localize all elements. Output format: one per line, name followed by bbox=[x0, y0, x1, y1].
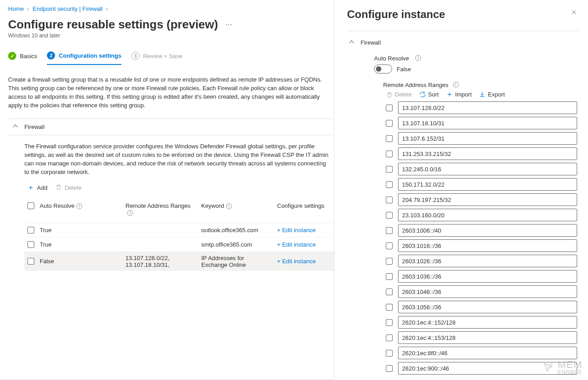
more-button[interactable]: ⋯ bbox=[225, 20, 233, 29]
address-range-input[interactable] bbox=[398, 193, 577, 206]
entry-checkbox[interactable] bbox=[386, 135, 393, 142]
entry-checkbox[interactable] bbox=[386, 105, 393, 111]
ranges-delete-button[interactable]: Delete bbox=[386, 91, 412, 98]
cell-ranges: 13.107.128.0/22, 13.107.18.10/31, bbox=[123, 252, 199, 271]
tab-basics[interactable]: Basics bbox=[8, 52, 37, 64]
chevron-right-icon: › bbox=[25, 5, 31, 12]
address-range-row bbox=[386, 301, 577, 313]
address-ranges-list bbox=[374, 101, 579, 375]
panel-section-title: Firewall bbox=[361, 39, 381, 46]
chevron-up-icon bbox=[13, 124, 18, 129]
tab-review-label: Review + Save bbox=[143, 53, 182, 60]
delete-button[interactable]: Delete bbox=[56, 184, 82, 192]
entry-checkbox[interactable] bbox=[386, 288, 393, 295]
address-range-input[interactable] bbox=[398, 101, 577, 114]
ranges-export-button[interactable]: Export bbox=[479, 91, 505, 98]
entry-checkbox[interactable] bbox=[386, 212, 393, 219]
entry-checkbox[interactable] bbox=[386, 273, 393, 280]
entry-checkbox[interactable] bbox=[386, 365, 393, 372]
entry-checkbox[interactable] bbox=[386, 243, 393, 249]
select-all-checkbox[interactable] bbox=[28, 202, 34, 209]
table-row[interactable]: True smtp.office365.com + Edit instance bbox=[24, 237, 334, 252]
address-range-input[interactable] bbox=[398, 224, 577, 237]
address-range-input[interactable] bbox=[398, 316, 577, 329]
remote-address-ranges-label: Remote Address Ranges bbox=[383, 82, 449, 88]
panel-title: Configure instance bbox=[347, 8, 445, 21]
section-firewall-toggle[interactable]: Firewall bbox=[8, 119, 334, 135]
cell-auto: True bbox=[37, 238, 123, 251]
breadcrumb-endpoint[interactable]: Endpoint security | Firewall bbox=[32, 5, 102, 12]
address-range-input[interactable] bbox=[398, 331, 577, 344]
address-range-input[interactable] bbox=[398, 347, 577, 359]
address-range-input[interactable] bbox=[398, 178, 577, 191]
info-icon[interactable] bbox=[453, 82, 459, 87]
section-firewall-desc: The Firewall configuration service provi… bbox=[24, 142, 334, 176]
address-range-input[interactable] bbox=[398, 147, 577, 160]
ranges-import-label: Import bbox=[455, 91, 472, 98]
address-range-row bbox=[386, 239, 577, 252]
address-range-input[interactable] bbox=[398, 255, 577, 267]
address-range-input[interactable] bbox=[398, 117, 577, 129]
info-icon[interactable] bbox=[76, 203, 82, 209]
entry-checkbox[interactable] bbox=[386, 166, 393, 173]
entry-checkbox[interactable] bbox=[386, 319, 393, 326]
address-range-input[interactable] bbox=[398, 301, 577, 313]
ranges-sort-label: Sort bbox=[428, 91, 439, 98]
row-checkbox[interactable] bbox=[28, 241, 34, 248]
entry-checkbox[interactable] bbox=[386, 350, 393, 357]
address-range-input[interactable] bbox=[398, 270, 577, 283]
tab-configuration-label: Configuration settings bbox=[59, 52, 121, 59]
add-button[interactable]: ＋ Add bbox=[27, 183, 47, 192]
table-row[interactable]: False 13.107.128.0/22, 13.107.18.10/31, … bbox=[24, 252, 334, 271]
info-icon[interactable] bbox=[127, 210, 133, 216]
address-range-row bbox=[386, 331, 577, 344]
entry-checkbox[interactable] bbox=[386, 304, 393, 311]
address-range-row bbox=[386, 347, 577, 359]
entry-checkbox[interactable] bbox=[386, 258, 393, 265]
cell-keyword: IP Addresses for Exchange Online bbox=[199, 252, 274, 271]
chevron-right-icon: › bbox=[104, 5, 110, 12]
cell-keyword: smtp.office365.com bbox=[199, 238, 274, 251]
address-range-row bbox=[386, 255, 577, 267]
page-subtitle: Windows 10 and later bbox=[8, 32, 334, 39]
edit-instance-link[interactable]: + Edit instance bbox=[277, 241, 316, 248]
entry-checkbox[interactable] bbox=[386, 334, 393, 341]
ranges-sort-button[interactable]: Sort bbox=[419, 91, 439, 98]
ranges-delete-label: Delete bbox=[395, 91, 412, 98]
edit-instance-link[interactable]: + Edit instance bbox=[277, 258, 316, 265]
cell-ranges bbox=[123, 227, 199, 233]
entry-checkbox[interactable] bbox=[386, 120, 393, 127]
breadcrumb-home[interactable]: Home bbox=[8, 5, 24, 12]
auto-resolve-toggle[interactable] bbox=[374, 64, 392, 73]
address-range-input[interactable] bbox=[398, 285, 577, 298]
entry-checkbox[interactable] bbox=[386, 151, 393, 157]
address-range-input[interactable] bbox=[398, 163, 577, 175]
info-icon[interactable] bbox=[415, 55, 421, 61]
tab-review[interactable]: 3 Review + Save bbox=[131, 52, 182, 64]
entry-checkbox[interactable] bbox=[386, 197, 393, 203]
address-range-input[interactable] bbox=[398, 209, 577, 221]
step-2-badge: 2 bbox=[47, 51, 55, 60]
wizard-tabs: Basics 2 Configuration settings 3 Review… bbox=[8, 51, 334, 65]
tab-configuration[interactable]: 2 Configuration settings bbox=[47, 51, 121, 65]
address-range-row bbox=[386, 316, 577, 329]
chevron-up-icon bbox=[349, 40, 354, 45]
address-range-row bbox=[386, 163, 577, 175]
address-range-input[interactable] bbox=[398, 239, 577, 252]
trash-icon bbox=[56, 184, 62, 192]
address-range-input[interactable] bbox=[398, 362, 577, 375]
entry-checkbox[interactable] bbox=[386, 227, 393, 234]
page-title: Configure reusable settings (preview) bbox=[8, 18, 218, 32]
close-button[interactable] bbox=[569, 6, 579, 19]
table-row[interactable]: True outlook.office365.com + Edit instan… bbox=[24, 223, 334, 237]
address-range-input[interactable] bbox=[398, 132, 577, 145]
tab-basics-label: Basics bbox=[20, 53, 37, 60]
trash-icon bbox=[386, 91, 393, 98]
ranges-import-button[interactable]: ＋ Import bbox=[446, 91, 472, 98]
entry-checkbox[interactable] bbox=[386, 181, 393, 188]
info-icon[interactable] bbox=[226, 203, 232, 209]
panel-section-toggle[interactable]: Firewall bbox=[347, 36, 579, 50]
row-checkbox[interactable] bbox=[28, 227, 34, 233]
edit-instance-link[interactable]: + Edit instance bbox=[277, 227, 316, 233]
row-checkbox[interactable] bbox=[28, 258, 34, 265]
